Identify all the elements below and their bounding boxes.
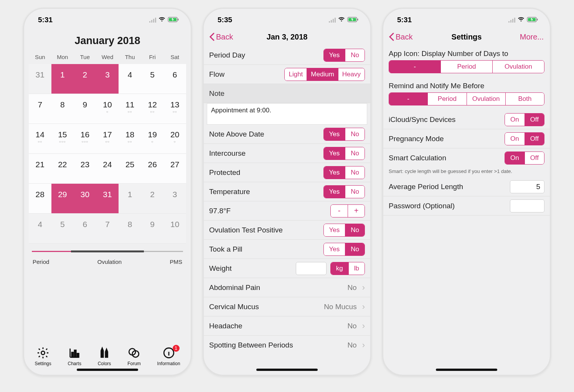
calendar-cell[interactable]: 29 (51, 184, 74, 214)
calendar-cell[interactable]: 3 (163, 184, 186, 214)
seg-pill[interactable]: YesNo (323, 243, 365, 256)
tab-colors[interactable]: Colors (98, 346, 111, 366)
calendar-cell[interactable]: 11○○ (119, 94, 141, 124)
calendar-cell[interactable]: 21 (29, 154, 51, 184)
calendar-cell[interactable]: 7 (29, 94, 51, 124)
calendar-cell[interactable]: 13○○ (163, 94, 186, 124)
seg-temperature[interactable]: YesNo (323, 185, 365, 198)
avg-length-input[interactable]: 5 (510, 180, 544, 193)
calendar-cell[interactable]: 8 (119, 214, 141, 244)
status-icons (508, 16, 538, 24)
calendar-cell[interactable]: 19○ (141, 124, 164, 154)
row-note-above: Note Above Date YesNo (204, 125, 370, 144)
home-indicator[interactable] (436, 369, 497, 371)
calendar-cell[interactable]: 27 (163, 154, 186, 184)
gear-icon (36, 346, 49, 359)
row-flow: Flow LightMediumHeavy (204, 65, 370, 84)
row-spotting[interactable]: Spotting Between Periods No› (204, 336, 370, 355)
calendar-cell[interactable]: 4 (29, 214, 51, 244)
calendar-cell[interactable]: 6 (163, 64, 186, 94)
calendar-cell[interactable]: 17○○ (96, 124, 119, 154)
temp-stepper[interactable]: -+ (330, 204, 365, 217)
calendar-cell[interactable]: 10○ (96, 94, 119, 124)
calendar-cell[interactable]: 4 (119, 64, 141, 94)
tab-settings[interactable]: Settings (35, 346, 51, 366)
calendar-cell[interactable]: 12○○ (141, 94, 164, 124)
calendar-cell[interactable]: 9 (74, 94, 96, 124)
status-icons (329, 16, 359, 24)
tab-bar: Settings Charts Colors Forum 1 Informati… (24, 346, 191, 366)
chevron-right-icon: › (362, 340, 365, 350)
more-button[interactable]: More... (520, 33, 544, 41)
seg-appicon[interactable]: -PeriodOvulation (389, 60, 544, 73)
phone-day-detail: 5:35 Back Jan 3, 2018 Period Day YesNo F… (203, 8, 371, 376)
calendar-cell[interactable]: 16○○○ (74, 124, 96, 154)
cellular-icon (508, 17, 515, 23)
calendar-cell[interactable]: 14○○ (29, 124, 51, 154)
calendar-cell[interactable]: 30 (74, 184, 96, 214)
seg-smart[interactable]: OnOff (505, 152, 544, 165)
chevron-right-icon: › (362, 283, 365, 293)
tab-charts[interactable]: Charts (68, 346, 81, 366)
calendar-cell[interactable]: 6 (74, 214, 96, 244)
calendar-cell[interactable]: 24 (96, 154, 119, 184)
seg-ovu-test[interactable]: YesNo (323, 224, 365, 237)
svg-rect-6 (77, 353, 79, 357)
calendar-cell[interactable]: 10 (163, 214, 186, 244)
calendar-cell[interactable]: 28 (29, 184, 51, 214)
calendar-cell[interactable]: 18○○ (119, 124, 141, 154)
phone-calendar: 5:31 January 2018 SunMonTueWedThuFriSat … (23, 8, 192, 376)
calendar-cell[interactable]: 1 (51, 64, 74, 94)
calendar-cell[interactable]: 23 (74, 154, 96, 184)
svg-rect-5 (74, 350, 76, 357)
calendar-cell[interactable]: 22 (51, 154, 74, 184)
calendar-cell[interactable]: 5 (141, 64, 164, 94)
calendar-cell[interactable]: 9 (141, 214, 164, 244)
seg-pregnancy[interactable]: OnOff (505, 132, 544, 145)
row-headache[interactable]: Headache No› (204, 316, 370, 336)
back-button[interactable]: Back (209, 33, 233, 41)
calendar-cell[interactable]: 31 (29, 64, 51, 94)
calendar-cell[interactable]: 25 (119, 154, 141, 184)
colors-icon (98, 346, 111, 359)
calendar-cell[interactable]: 20○ (163, 124, 186, 154)
weight-input[interactable] (296, 262, 327, 275)
home-indicator[interactable] (256, 369, 318, 371)
seg-remind[interactable]: -PeriodOvulationBoth (389, 92, 544, 105)
tab-information[interactable]: 1 Information (157, 346, 180, 366)
row-abdominal[interactable]: Abdominal Pain No› (204, 278, 370, 297)
calendar-cell[interactable]: 8 (51, 94, 74, 124)
row-temperature-value: 97.8°F -+ (204, 201, 370, 221)
calendar-cell[interactable]: 3 (96, 64, 119, 94)
row-note-header: Note (204, 84, 370, 103)
calendar-cell[interactable]: 2 (141, 184, 164, 214)
seg-icloud[interactable]: OnOff (505, 113, 544, 126)
seg-flow[interactable]: LightMediumHeavy (284, 68, 365, 81)
password-input[interactable] (510, 199, 544, 212)
chevron-right-icon: › (362, 321, 365, 331)
legend-labels: Period Ovulation PMS (24, 256, 191, 269)
tab-forum[interactable]: Forum (127, 346, 141, 366)
seg-intercourse[interactable]: YesNo (323, 147, 365, 160)
seg-weight-unit[interactable]: kglb (330, 262, 365, 275)
calendar-cell[interactable]: 1 (119, 184, 141, 214)
calendar-cell[interactable]: 5 (51, 214, 74, 244)
seg-period-day[interactable]: YesNo (323, 49, 365, 62)
back-button[interactable]: Back (389, 33, 412, 41)
calendar-cell[interactable]: 26 (141, 154, 164, 184)
row-mucus[interactable]: Cervical Mucus No Mucus› (204, 297, 370, 316)
status-icons (149, 16, 179, 24)
calendar-cell[interactable]: 7 (96, 214, 119, 244)
row-password: Password (Optional) (383, 196, 550, 216)
calendar-cell[interactable]: 2 (74, 64, 96, 94)
detail-list: Period Day YesNo Flow LightMediumHeavy N… (204, 46, 370, 355)
seg-protected[interactable]: YesNo (323, 166, 365, 179)
home-indicator[interactable] (77, 369, 138, 371)
seg-note-above[interactable]: YesNo (323, 128, 365, 141)
calendar-cell[interactable]: 15○○○ (51, 124, 74, 154)
svg-rect-2 (178, 19, 179, 21)
row-weight: Weight kglb (204, 259, 370, 278)
calendar-cell[interactable]: 31 (96, 184, 119, 214)
note-textarea[interactable]: Appointment at 9:00. (207, 103, 367, 125)
forum-icon (127, 346, 140, 359)
